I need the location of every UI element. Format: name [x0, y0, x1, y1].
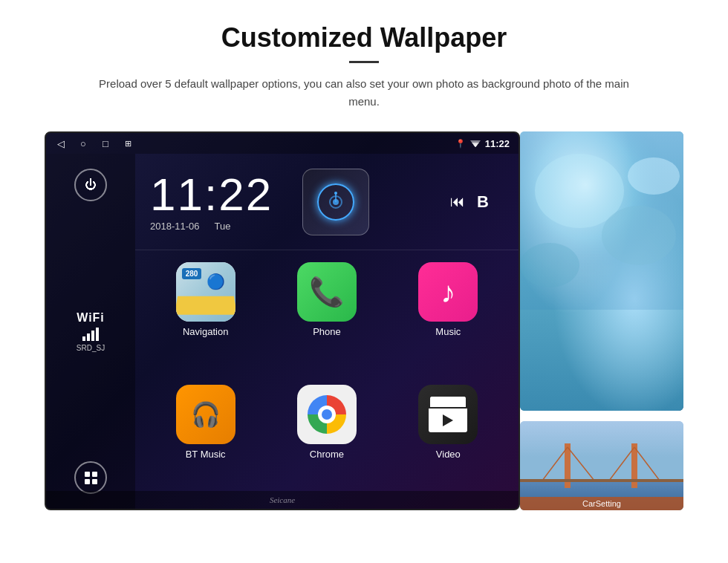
- nav-pin-icon: 🔵: [207, 273, 225, 290]
- power-icon: ⏻: [85, 178, 97, 192]
- page-description: Preload over 5 default wallpaper options…: [97, 75, 631, 111]
- app-item-chrome[interactable]: Chrome: [271, 385, 382, 497]
- music-note-icon: ♪: [441, 276, 455, 309]
- wifi-label: WiFi: [77, 311, 105, 325]
- app-item-navigation[interactable]: 280 🔵 Navigation: [150, 262, 261, 374]
- carsetting-label[interactable]: CarSetting: [520, 497, 683, 510]
- clap-stripe: [460, 397, 466, 407]
- video-app-icon: [418, 385, 478, 444]
- btmusic-app-label: BT Music: [186, 449, 226, 460]
- svg-marker-2: [473, 144, 478, 147]
- wifi-signal-icon: [470, 138, 481, 149]
- wifi-bars: [82, 328, 99, 341]
- navigation-app-icon: 280 🔵: [176, 262, 235, 322]
- chrome-inner: [322, 409, 332, 420]
- clock-date: 2018-11-06 Tue: [150, 221, 273, 232]
- status-bar: ◁ ○ □ ⊞ 📍 11:22: [46, 133, 519, 154]
- btmusic-app-icon: 🎧: [176, 385, 235, 444]
- chrome-app-label: Chrome: [310, 449, 344, 460]
- svg-point-6: [334, 192, 337, 195]
- clock-day-value: Tue: [215, 221, 231, 232]
- gap-spacer: [520, 414, 683, 418]
- app-item-music[interactable]: ♪ Music: [393, 262, 504, 374]
- apps-dot: [92, 472, 97, 477]
- video-app-label: Video: [436, 449, 461, 460]
- wifi-bar-3: [91, 331, 94, 341]
- home-nav-icon[interactable]: ○: [77, 137, 89, 149]
- location-icon: 📍: [455, 139, 466, 149]
- clock-info: 11:22 2018-11-06 Tue: [150, 172, 273, 232]
- app-item-video[interactable]: Video: [393, 385, 504, 497]
- clock-section: 11:22 2018-11-06 Tue: [135, 154, 519, 250]
- watermark-text: Seicane: [270, 495, 295, 504]
- clapperboard-icon: [429, 397, 467, 432]
- clock-time: 11:22: [150, 172, 273, 218]
- chrome-app-icon: [297, 385, 357, 444]
- apps-grid-button[interactable]: [74, 461, 107, 494]
- power-button[interactable]: ⏻: [74, 169, 107, 201]
- clap-stripe: [448, 397, 454, 407]
- back-nav-icon[interactable]: ◁: [55, 137, 67, 149]
- status-bar-nav-icons: ◁ ○ □ ⊞: [55, 137, 134, 149]
- phone-app-icon: 📞: [297, 262, 357, 322]
- screenshot-nav-icon[interactable]: ⊞: [122, 137, 134, 149]
- phone-app-label: Phone: [313, 326, 341, 337]
- bluetooth-icon: 🎧: [191, 400, 221, 429]
- page-title: Customized Wallpaper: [221, 22, 507, 53]
- nav-badge: 280: [182, 268, 202, 279]
- app-item-phone[interactable]: 📞 Phone: [271, 262, 382, 374]
- wallpaper-preview-bridge[interactable]: CarSetting: [520, 421, 683, 510]
- chrome-ring: [308, 395, 346, 434]
- svg-rect-12: [520, 421, 683, 481]
- recent-nav-icon[interactable]: □: [100, 137, 111, 149]
- apps-dot: [85, 472, 90, 477]
- svg-rect-20: [520, 479, 683, 482]
- app-item-btmusic[interactable]: 🎧 BT Music: [150, 385, 261, 497]
- page-container: Customized Wallpaper Preload over 5 defa…: [0, 0, 728, 563]
- phone-icon: 📞: [309, 276, 344, 308]
- play-triangle: [443, 414, 453, 426]
- device-container: ◁ ○ □ ⊞ 📍 11:22: [45, 131, 683, 510]
- apps-dot: [85, 479, 90, 484]
- clap-stripe: [454, 397, 460, 407]
- center-area: 11:22 2018-11-06 Tue: [135, 154, 519, 509]
- apps-dot: [92, 479, 97, 484]
- svg-point-10: [520, 243, 579, 287]
- chrome-center: [318, 406, 336, 423]
- apps-grid-icon: [85, 472, 97, 484]
- prev-track-icon[interactable]: ⏮: [450, 193, 465, 210]
- status-time: 11:22: [485, 138, 510, 149]
- ice-cave-svg: [520, 131, 683, 310]
- wifi-widget: WiFi SRD_SJ: [77, 311, 105, 352]
- clap-stripe: [442, 397, 448, 407]
- clap-top: [430, 397, 466, 407]
- clap-bottom: [429, 409, 467, 432]
- signal-inner-icon: [317, 183, 354, 221]
- clock-date-value: 2018-11-06: [150, 221, 200, 232]
- clap-stripe: [430, 397, 436, 407]
- status-bar-right: 📍 11:22: [455, 138, 510, 149]
- wifi-bar-1: [82, 336, 85, 341]
- track-letter-b: B: [477, 192, 489, 212]
- wifi-bar-4: [96, 328, 99, 341]
- wifi-bar-2: [87, 333, 90, 341]
- wallpaper-previews: CarSetting: [520, 131, 683, 510]
- nav-road: [176, 296, 235, 315]
- bottom-bar: Seicane: [46, 491, 519, 509]
- wifi-ssid: SRD_SJ: [77, 344, 105, 352]
- music-app-label: Music: [435, 326, 461, 337]
- screen-main: ⏻ WiFi SRD_SJ: [46, 154, 519, 509]
- svg-point-11: [628, 157, 680, 195]
- device-screen: ◁ ○ □ ⊞ 📍 11:22: [45, 131, 520, 510]
- apps-section: 280 🔵 Navigation 📞 Phone: [135, 250, 519, 509]
- navigation-app-label: Navigation: [183, 326, 228, 337]
- clap-stripe: [436, 397, 442, 407]
- signal-app-icon[interactable]: [302, 169, 369, 235]
- music-controls: ⏮ B: [450, 192, 504, 212]
- left-sidebar: ⏻ WiFi SRD_SJ: [46, 154, 135, 509]
- wallpaper-preview-ice[interactable]: [520, 131, 683, 411]
- svg-point-9: [602, 206, 676, 265]
- music-app-icon: ♪: [418, 262, 478, 322]
- title-divider: [349, 61, 379, 63]
